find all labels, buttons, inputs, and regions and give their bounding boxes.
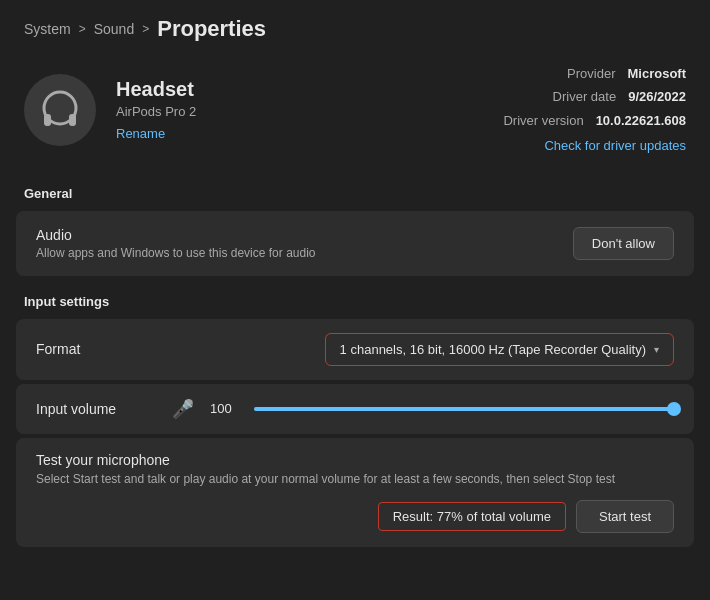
driver-date-label: Driver date [553,85,617,108]
driver-version-label: Driver version [503,109,583,132]
breadcrumb-sound[interactable]: Sound [94,21,134,37]
input-settings-section-label: Input settings [0,276,710,319]
format-chevron-icon: ▾ [654,344,659,355]
device-info: Headset AirPods Pro 2 Rename [116,78,483,141]
volume-thumb [667,402,681,416]
breadcrumb: System > Sound > Properties [0,0,710,54]
audio-card: Audio Allow apps and Windows to use this… [16,211,694,276]
device-model: AirPods Pro 2 [116,104,483,119]
format-select[interactable]: 1 channels, 16 bit, 16000 Hz (Tape Recor… [325,333,674,366]
format-label: Format [36,341,80,357]
general-section-label: General [0,178,710,211]
breadcrumb-sep2: > [142,22,149,36]
device-icon [24,74,96,146]
provider-value: Microsoft [628,62,687,85]
mic-test-controls: Result: 77% of total volume Start test [36,500,674,533]
device-name: Headset [116,78,483,101]
result-box: Result: 77% of total volume [378,502,566,531]
volume-label: Input volume [36,401,156,417]
mic-test-card: Test your microphone Select Start test a… [16,438,694,547]
volume-track [254,407,674,411]
driver-version-value: 10.0.22621.608 [596,109,686,132]
audio-title: Audio [36,227,316,243]
audio-desc: Allow apps and Windows to use this devic… [36,246,316,260]
device-header: Headset AirPods Pro 2 Rename Provider Mi… [0,54,710,178]
start-test-button[interactable]: Start test [576,500,674,533]
breadcrumb-sep1: > [79,22,86,36]
audio-info: Audio Allow apps and Windows to use this… [36,227,316,260]
svg-rect-2 [69,114,76,126]
mic-test-title: Test your microphone [36,452,674,468]
volume-fill [254,407,674,411]
volume-card: Input volume 🎤 100 [16,384,694,434]
volume-value: 100 [210,401,238,416]
rename-link[interactable]: Rename [116,126,165,141]
device-driver-info: Provider Microsoft Driver date 9/26/2022… [503,62,686,158]
breadcrumb-current: Properties [157,16,266,42]
format-value: 1 channels, 16 bit, 16000 Hz (Tape Recor… [340,342,646,357]
dont-allow-button[interactable]: Don't allow [573,227,674,260]
headset-icon [34,84,86,136]
volume-slider[interactable] [254,407,674,411]
provider-label: Provider [567,62,615,85]
mic-test-desc: Select Start test and talk or play audio… [36,472,674,486]
driver-date-value: 9/26/2022 [628,85,686,108]
microphone-icon: 🎤 [172,398,194,420]
format-card: Format 1 channels, 16 bit, 16000 Hz (Tap… [16,319,694,380]
check-driver-updates-link[interactable]: Check for driver updates [503,134,686,157]
svg-rect-1 [44,114,51,126]
breadcrumb-system[interactable]: System [24,21,71,37]
